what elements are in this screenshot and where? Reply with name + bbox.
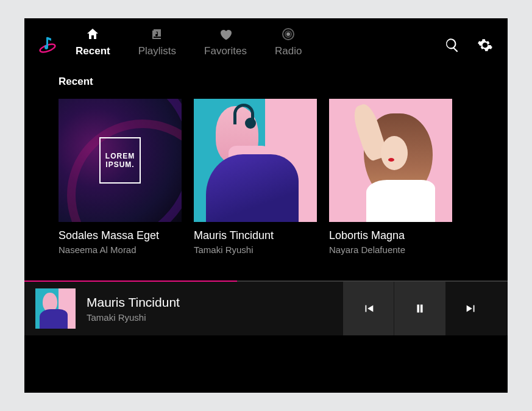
album-cover: LOREM IPSUM.	[59, 99, 182, 222]
home-icon	[85, 27, 100, 41]
skip-next-icon	[464, 302, 478, 315]
tab-radio-label: Radio	[275, 45, 302, 57]
tab-playlists[interactable]: Playlists	[138, 27, 176, 57]
pause-icon	[413, 302, 427, 315]
tab-recent[interactable]: Recent	[76, 27, 110, 57]
tab-favorites[interactable]: Favorites	[204, 27, 247, 57]
album-artist: Nayara Delafuente	[329, 245, 452, 255]
cover-text-frame: LOREM IPSUM.	[99, 137, 141, 184]
top-bar: Recent Playlists Favorites Radio	[24, 18, 508, 63]
album-title: Sodales Massa Eget	[59, 229, 182, 242]
app-logo	[38, 35, 57, 57]
album-card[interactable]: LOREM IPSUM. Sodales Massa Eget Naseema …	[59, 99, 182, 255]
now-playing-title: Mauris Tincidunt	[87, 295, 343, 310]
album-title: Mauris Tincidunt	[194, 229, 317, 242]
heart-icon	[218, 27, 233, 41]
now-playing-cover[interactable]	[35, 288, 76, 329]
album-artist: Tamaki Ryushi	[194, 245, 317, 255]
album-cover	[329, 99, 452, 222]
now-playing-artist: Tamaki Ryushi	[87, 312, 343, 323]
skip-previous-icon	[362, 302, 375, 315]
search-icon[interactable]	[444, 37, 460, 53]
tab-playlists-label: Playlists	[138, 45, 176, 57]
tab-favorites-label: Favorites	[204, 45, 247, 57]
next-button[interactable]	[445, 282, 497, 335]
nav-tabs: Recent Playlists Favorites Radio	[76, 27, 444, 57]
svg-point-1	[286, 32, 290, 36]
album-title: Lobortis Magna	[329, 229, 452, 242]
card-grid: LOREM IPSUM. Sodales Massa Eget Naseema …	[59, 99, 473, 255]
recent-section: Recent LOREM IPSUM. Sodales Massa Eget N…	[24, 63, 508, 255]
previous-button[interactable]	[343, 282, 394, 335]
album-card[interactable]: Mauris Tincidunt Tamaki Ryushi	[194, 99, 317, 255]
player-controls	[343, 282, 497, 335]
tab-recent-label: Recent	[76, 45, 110, 57]
radio-icon	[281, 27, 296, 41]
pause-button[interactable]	[394, 282, 445, 335]
gear-icon[interactable]	[477, 37, 493, 53]
album-card[interactable]: Lobortis Magna Nayara Delafuente	[329, 99, 452, 255]
album-artist: Naseema Al Morad	[59, 245, 182, 255]
tab-radio[interactable]: Radio	[275, 27, 302, 57]
album-cover	[194, 99, 317, 222]
now-playing-bar: Mauris Tincidunt Tamaki Ryushi	[24, 282, 508, 335]
playlist-icon	[150, 27, 165, 41]
music-app: Recent Playlists Favorites Radio Recent	[24, 18, 508, 393]
toolbar-actions	[444, 37, 493, 53]
section-title: Recent	[59, 76, 473, 88]
now-playing-meta[interactable]: Mauris Tincidunt Tamaki Ryushi	[87, 295, 343, 323]
